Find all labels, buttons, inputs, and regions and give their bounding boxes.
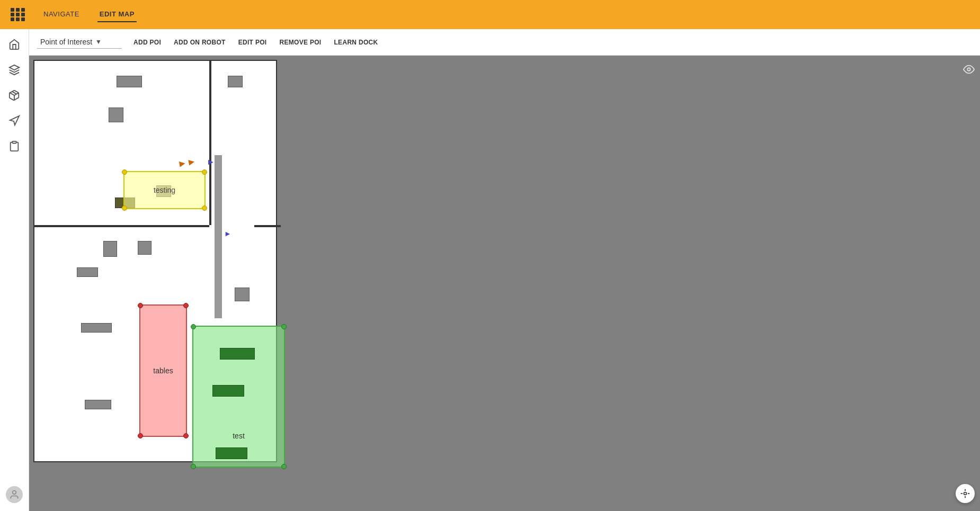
poi-handle-br-tables[interactable] bbox=[183, 433, 189, 438]
add-poi-button[interactable]: ADD POI bbox=[132, 37, 162, 48]
main-content: Point of Interest ▼ ADD POI ADD ON ROBOT… bbox=[29, 29, 980, 511]
wall-h1 bbox=[34, 225, 209, 227]
chevron-down-icon: ▼ bbox=[95, 38, 102, 46]
topbar: NAVIGATE EDIT MAP bbox=[0, 0, 980, 29]
sidebar-item-navigation[interactable] bbox=[4, 111, 24, 131]
svg-marker-3 bbox=[10, 116, 19, 125]
obstacle-b4 bbox=[81, 323, 112, 333]
svg-marker-0 bbox=[10, 65, 19, 70]
toolbar: Point of Interest ▼ ADD POI ADD ON ROBOT… bbox=[29, 29, 980, 56]
wall-v1 bbox=[209, 61, 211, 225]
svg-point-7 bbox=[964, 492, 967, 495]
add-on-robot-button[interactable]: ADD ON ROBOT bbox=[173, 37, 227, 48]
poi-type-label: Point of Interest bbox=[40, 38, 92, 46]
obstacle-1 bbox=[117, 76, 142, 87]
poi-testing-label: testing bbox=[154, 186, 175, 194]
furniture-test-2 bbox=[212, 385, 244, 397]
waypoint-arrow-3[interactable]: ► bbox=[224, 229, 231, 238]
poi-region-test[interactable]: test bbox=[192, 326, 285, 468]
obstacle-b6 bbox=[235, 288, 250, 301]
obstacle-b1 bbox=[103, 241, 117, 257]
svg-rect-4 bbox=[12, 141, 16, 144]
svg-point-5 bbox=[13, 491, 16, 495]
poi-handle-bl-tables[interactable] bbox=[138, 433, 143, 438]
poi-region-testing[interactable]: testing bbox=[123, 171, 206, 209]
poi-region-tables[interactable]: tables bbox=[139, 304, 187, 437]
poi-handle-tl-tables[interactable] bbox=[138, 303, 143, 308]
poi-handle-br-test[interactable] bbox=[281, 464, 287, 469]
poi-type-dropdown[interactable]: Point of Interest ▼ bbox=[37, 35, 122, 49]
poi-handle-tl-testing[interactable] bbox=[122, 169, 127, 175]
poi-handle-tl-test[interactable] bbox=[191, 324, 196, 329]
furniture-test-1 bbox=[220, 348, 255, 360]
learn-dock-button[interactable]: LEARN DOCK bbox=[333, 37, 379, 48]
sidebar-item-home[interactable] bbox=[4, 34, 24, 55]
eye-icon[interactable] bbox=[963, 64, 975, 78]
grid-menu-icon[interactable] bbox=[11, 7, 25, 22]
poi-handle-tr-test[interactable] bbox=[281, 324, 287, 329]
remove-poi-button[interactable]: REMOVE POI bbox=[278, 37, 322, 48]
poi-tables-label: tables bbox=[153, 366, 173, 375]
map-area[interactable]: ►► ► ► testing tables bbox=[29, 56, 980, 511]
sidebar-item-package[interactable] bbox=[4, 85, 24, 105]
svg-line-1 bbox=[12, 92, 16, 94]
poi-handle-tr-testing[interactable] bbox=[202, 169, 207, 175]
corridor-line bbox=[215, 155, 222, 318]
sidebar-item-layers[interactable] bbox=[4, 60, 24, 80]
waypoint-arrow-2[interactable]: ► bbox=[207, 157, 215, 167]
poi-handle-br-testing[interactable] bbox=[202, 205, 207, 211]
poi-handle-bl-testing[interactable] bbox=[122, 205, 127, 211]
obstacle-b3 bbox=[77, 267, 98, 277]
content-area: Point of Interest ▼ ADD POI ADD ON ROBOT… bbox=[0, 29, 980, 511]
waypoint-arrow-1[interactable]: ►► bbox=[176, 156, 197, 170]
map-canvas[interactable]: ►► ► ► testing tables bbox=[33, 60, 277, 462]
furniture-test-3 bbox=[216, 447, 247, 459]
obstacle-2 bbox=[228, 76, 243, 87]
navigate-tab[interactable]: NAVIGATE bbox=[41, 7, 82, 22]
obstacle-b5 bbox=[85, 400, 111, 409]
move-mode-button[interactable] bbox=[956, 484, 975, 503]
sidebar-item-clipboard[interactable] bbox=[4, 136, 24, 156]
obstacle-b2 bbox=[138, 241, 152, 255]
edit-map-tab[interactable]: EDIT MAP bbox=[97, 7, 137, 22]
sidebar bbox=[0, 29, 29, 511]
wall-h2 bbox=[254, 225, 281, 227]
edit-poi-button[interactable]: EDIT POI bbox=[237, 37, 268, 48]
poi-handle-bl-test[interactable] bbox=[191, 464, 196, 469]
svg-point-6 bbox=[967, 68, 970, 71]
poi-handle-tr-tables[interactable] bbox=[183, 303, 189, 308]
user-avatar[interactable] bbox=[6, 486, 23, 503]
poi-test-label: test bbox=[233, 432, 245, 440]
obstacle-3 bbox=[109, 107, 123, 122]
